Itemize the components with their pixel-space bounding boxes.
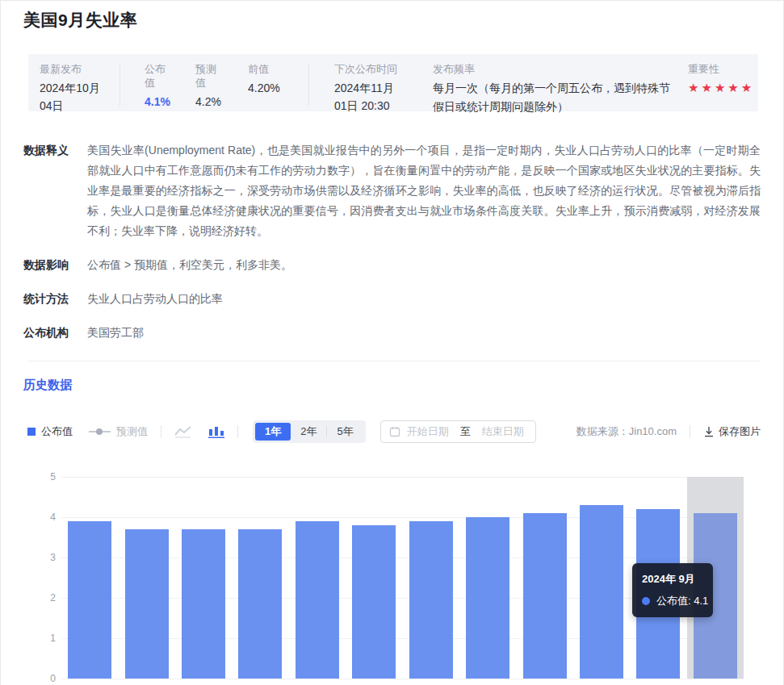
legend-forecast[interactable]: 预测值 [89, 424, 148, 439]
chart-bar[interactable] [238, 529, 282, 679]
chart-bar[interactable] [68, 521, 111, 679]
legend-forecast-label: 预测值 [116, 424, 148, 439]
y-axis-tick: 0 [23, 672, 56, 685]
tab-1year[interactable]: 1年 [255, 423, 291, 441]
section-definition: 数据释义 美国失业率(Unemployment Rate)，也是美国就业报告中的… [23, 140, 761, 241]
chart-bar[interactable] [125, 529, 169, 679]
chart-bar[interactable] [523, 513, 567, 679]
range-tab-group: 1年 2年 5年 [253, 420, 366, 443]
tab-5year[interactable]: 5年 [327, 423, 363, 441]
tab-2year[interactable]: 2年 [291, 423, 326, 441]
importance-block: 重要性 ★★★★★ [688, 62, 754, 111]
section-label: 数据影响 [23, 255, 87, 275]
section-label: 数据释义 [23, 140, 87, 241]
next-release-label: 下次公布时间 [334, 62, 407, 76]
date-range-separator: 至 [460, 424, 471, 439]
divider [161, 425, 161, 438]
published-block: 公布值 4.1% [145, 62, 183, 111]
divider [237, 425, 238, 438]
divider [119, 64, 120, 106]
history-bar-chart: 2024年 9月 公布值: 4.1 0123452023年 10月2023年12… [23, 467, 761, 685]
gridline [61, 679, 744, 679]
latest-release-block: 最新发布 2024年10月04日 [40, 62, 119, 111]
y-axis-tick: 1 [23, 632, 56, 645]
previous-label: 前值 [248, 62, 296, 76]
data-source: 数据来源：Jin10.com [576, 424, 677, 439]
download-icon [703, 426, 715, 437]
latest-release-label: 最新发布 [40, 62, 119, 76]
section-content: 美国失业率(Unemployment Rate)，也是美国就业报告中的另外一个项… [87, 140, 761, 241]
legend-published-swatch-icon [27, 428, 36, 436]
definition-sections: 数据释义 美国失业率(Unemployment Rate)，也是美国就业报告中的… [23, 140, 761, 343]
chart-bar[interactable] [409, 521, 453, 679]
tooltip-value: 公布值: 4.1 [656, 594, 708, 608]
divider [690, 425, 690, 438]
line-chart-toggle[interactable] [174, 426, 192, 438]
forecast-value: 4.2% [195, 93, 234, 111]
legend-forecast-marker-icon [89, 431, 111, 432]
tooltip-series-row: 公布值: 4.1 [642, 594, 703, 608]
chart-bar[interactable] [352, 525, 396, 679]
frequency-value: 每月一次（每月的第一个周五公布，遇到特殊节假日或统计周期问题除外） [433, 79, 675, 116]
page-title: 美国9月失业率 [23, 1, 761, 31]
series-dot-icon [642, 597, 650, 605]
legend-published[interactable]: 公布值 [27, 424, 73, 439]
importance-stars: ★★★★★ [688, 81, 754, 95]
forecast-label: 预测值 [195, 62, 220, 90]
gridline [61, 477, 744, 478]
next-release-value: 2024年11月01日 20:30 [334, 79, 405, 115]
frequency-block: 发布频率 每月一次（每月的第一个周五公布，遇到特殊节假日或统计周期问题除外） [433, 62, 675, 111]
y-axis-tick: 3 [23, 551, 56, 564]
legend-published-label: 公布值 [41, 424, 73, 439]
chart-bar[interactable] [296, 521, 339, 679]
section-content: 美国劳工部 [87, 323, 761, 343]
y-axis-tick: 4 [23, 511, 56, 524]
start-date-input[interactable]: 开始日期 [407, 424, 449, 439]
summary-bar: 最新发布 2024年10月04日 公布值 4.1% 预测值 4.2% 前值 4.… [28, 54, 758, 111]
calendar-icon [389, 426, 400, 437]
section-label: 公布机构 [23, 323, 87, 343]
section-label: 统计方法 [23, 289, 87, 309]
divider [308, 64, 309, 106]
history-title: 历史数据 [23, 378, 761, 393]
published-label: 公布值 [145, 62, 169, 90]
divider [28, 361, 761, 361]
next-release-block: 下次公布时间 2024年11月01日 20:30 [334, 62, 407, 111]
previous-block: 前值 4.20% [248, 62, 296, 111]
chart-tooltip: 2024年 9月 公布值: 4.1 [632, 563, 713, 617]
save-image-button[interactable]: 保存图片 [703, 424, 761, 439]
frequency-label: 发布频率 [433, 62, 675, 76]
bar-chart-toggle[interactable] [208, 426, 224, 438]
previous-value: 4.20% [248, 79, 296, 97]
chart-bar[interactable] [182, 529, 225, 679]
forecast-block: 预测值 4.2% [195, 62, 234, 111]
section-content: 公布值 > 预期值，利空美元，利多非美。 [87, 255, 761, 275]
y-axis-tick: 2 [23, 591, 56, 604]
save-image-label: 保存图片 [719, 424, 761, 439]
chart-bar[interactable] [466, 517, 509, 679]
section-agency: 公布机构 美国劳工部 [23, 323, 761, 343]
section-content: 失业人口占劳动人口的比率 [87, 289, 761, 309]
chart-controls: 公布值 预测值 1年 2年 5年 [27, 420, 761, 443]
section-impact: 数据影响 公布值 > 预期值，利空美元，利多非美。 [23, 255, 761, 275]
end-date-input[interactable]: 结束日期 [482, 424, 524, 439]
chart-bar[interactable] [580, 505, 623, 679]
tooltip-title: 2024年 9月 [642, 572, 703, 587]
bar-chart-icon [208, 426, 224, 438]
importance-label: 重要性 [688, 62, 754, 76]
date-range-picker[interactable]: 开始日期 至 结束日期 [380, 420, 536, 443]
latest-release-value: 2024年10月04日 [40, 79, 103, 115]
section-method: 统计方法 失业人口占劳动人口的比率 [23, 289, 761, 309]
indicator-page: 美国9月失业率 最新发布 2024年10月04日 公布值 4.1% 预测值 4.… [1, 1, 783, 685]
line-chart-icon [174, 426, 192, 438]
y-axis-tick: 5 [23, 470, 56, 483]
published-value: 4.1% [145, 93, 183, 111]
